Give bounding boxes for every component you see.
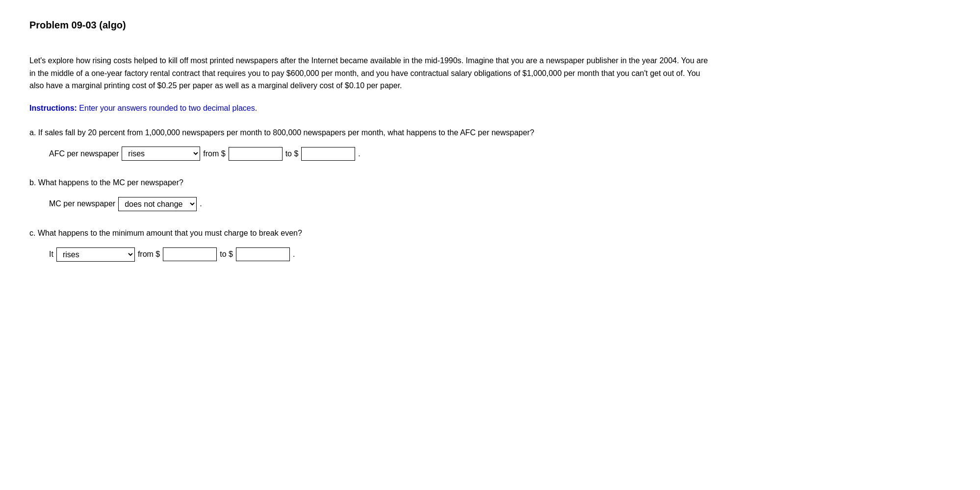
instructions-label: Instructions: — [29, 104, 77, 112]
afc-dropdown[interactable]: rises falls does not change — [122, 147, 200, 161]
breakeven-period: . — [293, 250, 295, 259]
afc-to-input[interactable] — [301, 147, 355, 161]
question-b-section: b. What happens to the MC per newspaper?… — [29, 176, 951, 211]
breakeven-dropdown[interactable]: rises falls does not change — [56, 247, 135, 262]
question-c-answer-row: It rises falls does not change from $ to… — [49, 247, 951, 262]
instructions-text: Enter your answers rounded to two decima… — [79, 104, 257, 112]
afc-period: . — [358, 149, 360, 158]
breakeven-to-label: to $ — [220, 250, 233, 259]
question-a-section: a. If sales fall by 20 percent from 1,00… — [29, 126, 951, 161]
breakeven-it-label: It — [49, 250, 53, 259]
mc-period: . — [200, 199, 202, 208]
mc-label: MC per newspaper — [49, 199, 115, 208]
afc-label: AFC per newspaper — [49, 149, 119, 158]
mc-dropdown[interactable]: rises falls does not change — [118, 197, 197, 211]
breakeven-from-label: from $ — [138, 250, 160, 259]
afc-from-input[interactable] — [229, 147, 283, 161]
question-b-answer-row: MC per newspaper rises falls does not ch… — [49, 197, 951, 211]
question-b-text: b. What happens to the MC per newspaper? — [29, 176, 716, 189]
problem-title: Problem 09-03 (algo) — [29, 20, 951, 31]
breakeven-from-input[interactable] — [163, 247, 217, 261]
instructions: Instructions: Enter your answers rounded… — [29, 104, 951, 113]
intro-text: Let's explore how rising costs helped to… — [29, 54, 716, 92]
afc-from-label: from $ — [203, 149, 225, 158]
question-a-text: a. If sales fall by 20 percent from 1,00… — [29, 126, 716, 139]
question-c-text: c. What happens to the minimum amount th… — [29, 227, 716, 240]
afc-to-label: to $ — [285, 149, 299, 158]
question-a-answer-row: AFC per newspaper rises falls does not c… — [49, 147, 951, 161]
breakeven-to-input[interactable] — [236, 247, 290, 261]
question-c-section: c. What happens to the minimum amount th… — [29, 227, 951, 262]
